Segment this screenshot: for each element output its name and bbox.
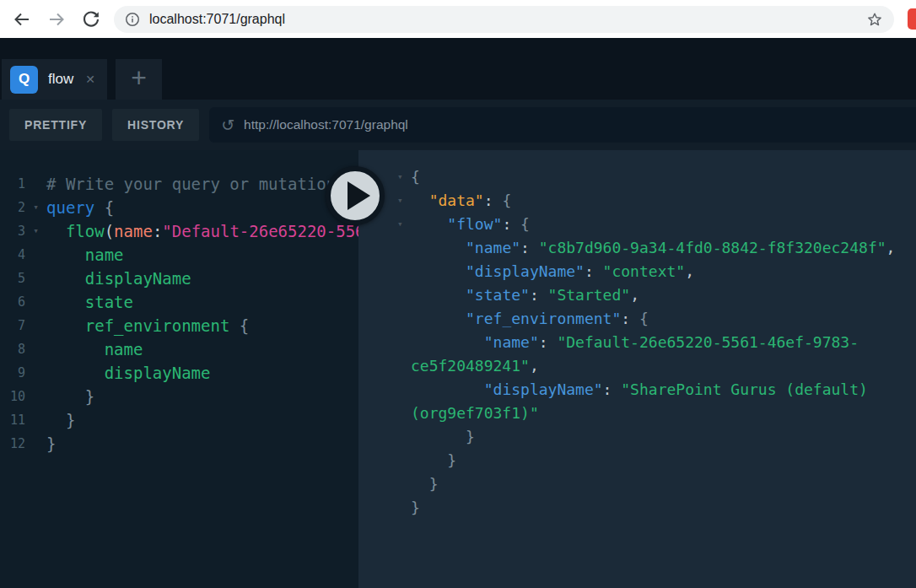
response-line-text: (org9ef703f1)" — [411, 404, 539, 422]
new-tab-button[interactable]: + — [116, 59, 162, 100]
tab-label: flow — [48, 71, 82, 88]
query-editor-lines: 1# Write your query or mutation2▾query {… — [0, 172, 358, 456]
line-number: 8 — [0, 337, 25, 361]
query-line: 7 ref_environment { — [0, 314, 358, 337]
line-number: 4 — [0, 243, 25, 267]
query-line: 6 state — [0, 290, 358, 314]
fold-spacer — [25, 267, 46, 290]
playground-toolbar: PRETTIFY HISTORY ↺ http://localhost:7071… — [0, 100, 916, 150]
response-line-text: } — [411, 499, 420, 516]
query-line-text: name — [46, 337, 143, 361]
response-viewer: ▾{▾ "data": {▾ "flow": { "name": "c8b7d9… — [358, 150, 916, 588]
response-line: } — [358, 425, 916, 449]
fold-arrow-icon[interactable]: ▾ — [25, 219, 46, 243]
forward-arrow-icon — [46, 9, 67, 30]
response-line: ▾ "flow": { — [358, 213, 916, 236]
query-line: 8 name — [0, 337, 358, 361]
line-number: 12 — [0, 432, 25, 456]
response-line: "displayName": "SharePoint Gurus (defaul… — [358, 378, 916, 402]
response-line: "displayName": "context", — [358, 260, 916, 283]
browser-toolbar: localhost:7071/graphql — [0, 0, 916, 38]
fold-spacer — [25, 361, 46, 385]
fold-arrow-icon[interactable]: ▾ — [397, 213, 403, 236]
back-button[interactable] — [10, 8, 34, 31]
query-line: 3▾ flow(name:"Default-26e65220-5561-46ef… — [0, 219, 358, 243]
response-line-text: "displayName": "SharePoint Gurus (defaul… — [411, 380, 868, 398]
response-line-text: ce5f20489241", — [411, 357, 539, 375]
query-line-text: displayName — [46, 267, 191, 290]
response-line: } — [358, 472, 916, 496]
response-line-text: "name": "Default-26e65220-5561-46ef-9783… — [411, 333, 859, 351]
response-line-text: "data": { — [411, 192, 511, 209]
query-line: 12} — [0, 432, 358, 456]
fold-arrow-icon[interactable]: ▾ — [397, 189, 403, 213]
extension-icon[interactable] — [908, 8, 916, 30]
query-line: 4 name — [0, 243, 358, 267]
info-icon[interactable] — [124, 11, 141, 28]
fold-spacer — [25, 314, 46, 337]
query-line-text: } — [46, 432, 56, 456]
query-badge: Q — [10, 66, 38, 94]
forward-button[interactable] — [45, 8, 68, 31]
response-line-text: "state": "Started", — [411, 286, 639, 304]
query-line: 2▾query { — [0, 196, 358, 219]
response-line: } — [358, 449, 916, 472]
play-icon — [348, 181, 370, 210]
bookmark-star-icon[interactable] — [865, 10, 884, 29]
endpoint-url-text: http://localhost:7071/graphql — [244, 117, 408, 132]
query-line-text: # Write your query or mutation — [46, 172, 336, 196]
back-arrow-icon — [12, 9, 32, 30]
response-line-text: } — [411, 428, 475, 445]
tab-flow[interactable]: Q flow ✕ — [2, 59, 107, 100]
response-line-text: "displayName": "context", — [411, 262, 694, 280]
line-number: 9 — [0, 361, 25, 385]
url-bar[interactable]: localhost:7071/graphql — [114, 6, 894, 33]
response-line: } — [358, 496, 916, 520]
query-line-text: query { — [46, 196, 114, 219]
fold-spacer — [25, 290, 46, 314]
endpoint-input[interactable]: ↺ http://localhost:7071/graphql — [209, 107, 916, 143]
playground-tab-bar: Q flow ✕ + — [0, 38, 916, 100]
response-line: ▾{ — [358, 165, 916, 189]
response-line: "name": "c8b7d960-9a34-4fd0-8842-f8f320e… — [358, 236, 916, 260]
query-line-text: flow(name:"Default-26e65220-5561-46ef-97… — [46, 219, 358, 243]
query-line-text: state — [46, 290, 133, 314]
fold-spacer — [25, 385, 46, 408]
refresh-button[interactable] — [79, 8, 103, 31]
history-button[interactable]: HISTORY — [112, 109, 199, 141]
fold-arrow-icon[interactable]: ▾ — [25, 196, 46, 219]
refresh-icon — [81, 9, 101, 30]
response-line-text: } — [411, 451, 456, 469]
query-line: 5 displayName — [0, 267, 358, 290]
prettify-button[interactable]: PRETTIFY — [9, 109, 102, 141]
line-number: 10 — [0, 385, 25, 408]
line-number: 7 — [0, 314, 25, 337]
fold-spacer — [25, 432, 46, 456]
response-line-text: "ref_environment": { — [411, 310, 649, 327]
response-line-text: { — [411, 168, 420, 186]
fold-spacer — [25, 408, 46, 432]
fold-arrow-icon[interactable]: ▾ — [397, 165, 403, 189]
fold-spacer — [25, 172, 46, 196]
response-line: "ref_environment": { — [358, 307, 916, 331]
response-line-text: } — [411, 475, 439, 493]
query-line: 1# Write your query or mutation — [0, 172, 358, 196]
response-line: ▾ "data": { — [358, 189, 916, 213]
editors-area: 1# Write your query or mutation2▾query {… — [0, 150, 916, 588]
fold-spacer — [25, 243, 46, 267]
response-line: ce5f20489241", — [358, 354, 916, 378]
line-number: 2 — [0, 196, 25, 219]
execute-button[interactable] — [326, 166, 385, 225]
query-line-text: displayName — [46, 361, 210, 385]
query-line-text: name — [46, 243, 124, 267]
replay-icon: ↺ — [221, 116, 234, 135]
line-number: 11 — [0, 408, 25, 432]
line-number: 6 — [0, 290, 25, 314]
line-number: 3 — [0, 219, 25, 243]
query-line-text: ref_environment { — [46, 314, 249, 337]
response-line: (org9ef703f1)" — [358, 402, 916, 425]
query-editor[interactable]: 1# Write your query or mutation2▾query {… — [0, 150, 358, 588]
response-rows: ▾{▾ "data": {▾ "flow": { "name": "c8b7d9… — [358, 165, 916, 520]
tab-close-icon[interactable]: ✕ — [82, 71, 99, 88]
query-line-text: } — [46, 408, 75, 432]
